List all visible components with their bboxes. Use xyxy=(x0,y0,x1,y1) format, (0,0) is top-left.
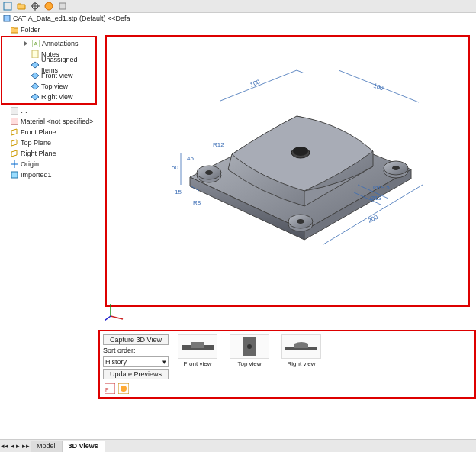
file-name-bar: CATIA_Data_ed1.stp (Default) <<Defa xyxy=(0,13,476,24)
tree-placeholder[interactable]: … xyxy=(0,105,98,116)
origin-icon xyxy=(11,160,18,168)
sort-order-label: Sort order: xyxy=(103,347,169,354)
view-thumbnail-front[interactable]: Front view xyxy=(175,334,220,394)
svg-rect-9 xyxy=(32,50,38,58)
toolbar-icon-5[interactable] xyxy=(56,0,69,12)
dim-label: 100 xyxy=(372,82,384,92)
tree-origin[interactable]: Origin xyxy=(0,159,98,170)
tree-top-plane[interactable]: Top Plane xyxy=(0,137,98,148)
view-icon xyxy=(31,72,39,79)
main-area: Folder A Annotations Notes Unassigned It… xyxy=(0,24,476,399)
svg-rect-6 xyxy=(4,15,10,21)
bottom-tabs: ◂◂ ◂ ▸ ▸▸ Model 3D Views xyxy=(0,439,476,452)
tree-right-view[interactable]: Right view xyxy=(2,92,95,102)
3d-viewport[interactable]: 100 100 200 50 45 R12 15 R8 Ø19.5 Ø13 Ca… xyxy=(98,24,476,399)
tree-unassigned[interactable]: Unassigned Items xyxy=(2,60,95,70)
tab-model[interactable]: Model xyxy=(31,441,63,452)
dim-label: R8 xyxy=(193,199,201,206)
thumbnail-image xyxy=(178,334,217,359)
svg-point-4 xyxy=(45,2,53,10)
svg-rect-0 xyxy=(4,2,11,10)
generic-icon xyxy=(11,107,18,115)
pdf-icon[interactable]: P xyxy=(105,383,115,394)
tree-label: Material <not specified> xyxy=(21,116,94,127)
tree-label: Top Plane xyxy=(21,137,51,148)
tree-label: Front view xyxy=(41,70,73,81)
tab-nav[interactable]: ◂◂ ◂ ▸ ▸▸ xyxy=(0,442,31,450)
top-toolbar xyxy=(0,0,476,13)
view-icon xyxy=(31,61,39,69)
tree-label: Folder xyxy=(21,24,40,35)
edrawing-icon[interactable] xyxy=(118,383,129,394)
svg-point-43 xyxy=(247,344,252,349)
plane-icon xyxy=(11,139,18,147)
tree-label: Front Plane xyxy=(21,127,56,137)
tree-front-plane[interactable]: Front Plane xyxy=(0,127,98,137)
tree-folder[interactable]: Folder xyxy=(0,24,98,35)
dim-label: 50 xyxy=(172,164,178,171)
view-icon xyxy=(31,93,39,101)
tree-label: Top view xyxy=(41,81,68,92)
part-icon xyxy=(3,15,11,22)
svg-point-48 xyxy=(121,386,127,392)
tree-material[interactable]: Material <not specified> xyxy=(0,116,98,127)
feature-icon xyxy=(11,171,18,179)
svg-line-39 xyxy=(105,316,111,321)
annotations-highlight: A Annotations Notes Unassigned Items Fro… xyxy=(1,36,97,105)
svg-point-17 xyxy=(205,170,213,175)
orientation-triad[interactable] xyxy=(105,301,126,322)
tree-label: Right Plane xyxy=(21,148,56,159)
notes-icon xyxy=(31,50,39,58)
svg-point-28 xyxy=(293,147,308,156)
3d-views-panel: Capture 3D View Sort order: History▾ Upd… xyxy=(98,330,476,399)
thumbnail-label: Right view xyxy=(288,360,316,367)
tab-3d-views[interactable]: 3D Views xyxy=(63,441,105,452)
dim-label: Ø13 xyxy=(370,195,382,202)
plane-icon xyxy=(11,150,18,157)
3d-part: 100 100 200 50 45 R12 15 R8 Ø19.5 Ø13 xyxy=(144,55,434,269)
thumbnail-label: Top view xyxy=(237,360,261,367)
tree-annotations[interactable]: A Annotations xyxy=(2,38,95,49)
target-icon[interactable] xyxy=(29,0,41,12)
tree-top-view[interactable]: Top view xyxy=(2,81,95,92)
svg-text:P: P xyxy=(105,387,109,392)
dim-label: 15 xyxy=(175,189,182,195)
select-value: History xyxy=(105,358,127,366)
toolbar-icon-1[interactable] xyxy=(2,0,14,12)
dim-label: 100 xyxy=(249,78,261,89)
export-icons: P xyxy=(105,383,129,394)
capture-3d-view-button[interactable]: Capture 3D View xyxy=(103,334,169,345)
svg-text:A: A xyxy=(34,40,38,47)
thumbnail-image xyxy=(281,334,321,359)
dim-label: Ø19.5 xyxy=(373,184,390,191)
svg-point-26 xyxy=(392,166,400,170)
svg-rect-11 xyxy=(11,118,18,125)
material-icon xyxy=(11,118,18,125)
tree-label: Origin xyxy=(21,159,39,170)
svg-rect-14 xyxy=(11,172,18,178)
thumbnail-label: Front view xyxy=(184,360,212,367)
folder-icon[interactable] xyxy=(15,0,27,12)
view-thumbnail-right[interactable]: Right view xyxy=(278,334,324,394)
tree-label: Annotations xyxy=(42,38,79,49)
update-previews-button[interactable]: Update Previews xyxy=(103,369,169,379)
expand-icon[interactable] xyxy=(22,40,30,47)
file-name: CATIA_Data_ed1.stp (Default) <<Defa xyxy=(13,15,130,22)
view-thumbnail-top[interactable]: Top view xyxy=(227,334,272,394)
annotations-icon: A xyxy=(32,40,40,47)
sort-order-select[interactable]: History▾ xyxy=(103,356,169,367)
svg-line-38 xyxy=(111,316,123,319)
dim-label: R12 xyxy=(213,141,224,148)
folder-icon xyxy=(11,26,18,34)
tree-label: … xyxy=(21,105,27,116)
svg-point-20 xyxy=(297,219,304,224)
tree-label: Right view xyxy=(41,92,73,102)
svg-line-30 xyxy=(297,70,304,73)
tree-label: Imported1 xyxy=(21,170,52,180)
dim-label: 45 xyxy=(187,155,194,162)
chevron-down-icon: ▾ xyxy=(162,358,166,366)
view-icon xyxy=(31,82,39,90)
tree-right-plane[interactable]: Right Plane xyxy=(0,148,98,159)
sphere-icon[interactable] xyxy=(43,0,55,12)
tree-imported[interactable]: Imported1 xyxy=(0,170,98,180)
